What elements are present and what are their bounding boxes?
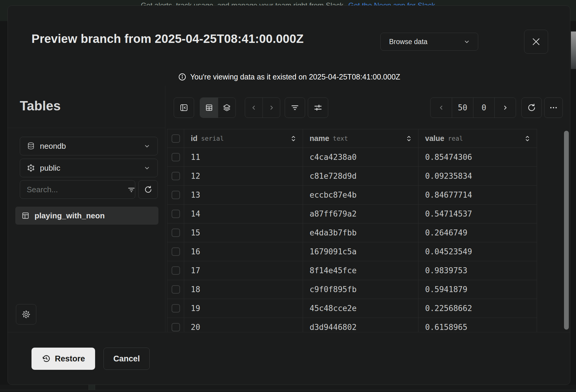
cell-value[interactable]: 0.22568662 bbox=[418, 299, 537, 318]
page-next-button[interactable] bbox=[494, 98, 516, 118]
cell-value[interactable]: 0.6158965 bbox=[418, 318, 537, 332]
column-name: name bbox=[310, 134, 329, 143]
table-row: 17 8f14e45fce 0.9839753 bbox=[167, 261, 537, 280]
more-options-button[interactable] bbox=[544, 97, 563, 118]
refresh-icon bbox=[527, 103, 536, 112]
chevron-down-icon bbox=[463, 38, 471, 46]
cell-name[interactable]: a87ff679a2 bbox=[303, 205, 418, 223]
cell-name[interactable]: 8f14e45fce bbox=[303, 261, 418, 280]
page-size-value[interactable]: 50 bbox=[452, 98, 473, 118]
select-all-checkbox[interactable] bbox=[172, 134, 180, 143]
chevron-right-icon bbox=[501, 104, 509, 112]
table-row: 15 e4da3b7fbb 0.2646749 bbox=[167, 223, 537, 242]
cell-id[interactable]: 19 bbox=[184, 299, 303, 318]
cell-id[interactable]: 16 bbox=[184, 242, 303, 261]
page-prev-button[interactable] bbox=[430, 98, 452, 118]
refresh-icon bbox=[144, 185, 152, 194]
browse-data-select[interactable]: Browse data bbox=[380, 33, 478, 51]
close-button[interactable] bbox=[524, 30, 548, 54]
row-checkbox[interactable] bbox=[172, 247, 180, 256]
row-checkbox[interactable] bbox=[172, 285, 180, 294]
nav-next-button[interactable] bbox=[262, 98, 280, 118]
row-checkbox[interactable] bbox=[172, 266, 180, 275]
sort-icon[interactable] bbox=[406, 135, 412, 142]
modal-title: Preview branch from 2025-04-25T08:41:00.… bbox=[32, 32, 304, 46]
row-checkbox[interactable] bbox=[172, 323, 180, 331]
row-checkbox[interactable] bbox=[172, 172, 180, 180]
table-row: 20 d3d9446802 0.6158965 bbox=[167, 318, 537, 332]
row-checkbox-cell bbox=[167, 186, 184, 205]
scrollbar-thumb[interactable] bbox=[564, 131, 569, 330]
cell-name[interactable]: c81e728d9d bbox=[303, 167, 418, 186]
cell-value[interactable]: 0.84677714 bbox=[418, 186, 537, 205]
cell-value[interactable]: 0.09235834 bbox=[418, 167, 537, 186]
schema-select[interactable]: public bbox=[20, 159, 158, 177]
sidebar-item-playing_with_neon[interactable]: playing_with_neon bbox=[15, 207, 158, 225]
cell-id[interactable]: 18 bbox=[184, 280, 303, 299]
table-row: 11 c4ca4238a0 0.85474306 bbox=[167, 148, 537, 167]
cell-id[interactable]: 20 bbox=[184, 318, 303, 332]
cell-value[interactable]: 0.04523549 bbox=[418, 242, 537, 261]
row-checkbox[interactable] bbox=[172, 210, 180, 218]
table-row: 14 a87ff679a2 0.54714537 bbox=[167, 205, 537, 223]
cancel-button[interactable]: Cancel bbox=[104, 348, 150, 370]
background-bottom-bar bbox=[0, 385, 576, 392]
page-offset-value[interactable]: 0 bbox=[473, 98, 494, 118]
row-checkbox[interactable] bbox=[172, 304, 180, 313]
restore-label: Restore bbox=[55, 354, 85, 364]
cell-name[interactable]: 45c48cce2e bbox=[303, 299, 418, 318]
row-checkbox[interactable] bbox=[172, 229, 180, 237]
banner-text: You're viewing data as it existed on 202… bbox=[190, 73, 400, 81]
cell-name[interactable]: c9f0f895fb bbox=[303, 280, 418, 299]
sort-icon[interactable] bbox=[524, 135, 531, 142]
row-checkbox-cell bbox=[167, 261, 184, 280]
info-icon bbox=[178, 73, 186, 81]
filter-icon[interactable] bbox=[127, 185, 136, 194]
chevron-right-icon bbox=[268, 104, 275, 112]
database-select[interactable]: neondb bbox=[20, 137, 158, 155]
cell-id[interactable]: 15 bbox=[184, 223, 303, 242]
column-header-value[interactable]: value real bbox=[418, 129, 537, 148]
panel-collapse-icon bbox=[179, 103, 188, 112]
column-header-id[interactable]: id serial bbox=[184, 129, 303, 148]
row-checkbox-cell bbox=[167, 205, 184, 223]
filter-rows-button[interactable] bbox=[285, 97, 305, 118]
cell-name[interactable]: 1679091c5a bbox=[303, 242, 418, 261]
cell-id[interactable]: 11 bbox=[184, 148, 303, 167]
table-row: 18 c9f0f895fb 0.5941879 bbox=[167, 280, 537, 299]
layers-view-button[interactable] bbox=[218, 98, 236, 118]
cell-name[interactable]: d3d9446802 bbox=[303, 318, 418, 332]
row-checkbox[interactable] bbox=[172, 153, 180, 161]
cell-name[interactable]: c4ca4238a0 bbox=[303, 148, 418, 167]
nav-prev-button[interactable] bbox=[245, 98, 262, 118]
chevron-down-icon bbox=[143, 164, 151, 172]
cell-value[interactable]: 0.5941879 bbox=[418, 280, 537, 299]
cell-name[interactable]: eccbc87e4b bbox=[303, 186, 418, 205]
row-checkbox-cell bbox=[167, 318, 184, 332]
settings-button[interactable] bbox=[16, 304, 36, 325]
sidebar-heading: Tables bbox=[20, 98, 61, 113]
cell-id[interactable]: 17 bbox=[184, 261, 303, 280]
table-view-button[interactable] bbox=[200, 98, 218, 118]
column-settings-button[interactable] bbox=[308, 97, 328, 118]
cell-value[interactable]: 0.85474306 bbox=[418, 148, 537, 167]
cell-id[interactable]: 12 bbox=[184, 167, 303, 186]
cell-value[interactable]: 0.54714537 bbox=[418, 205, 537, 223]
sort-icon[interactable] bbox=[290, 135, 297, 142]
cell-id[interactable]: 13 bbox=[184, 186, 303, 205]
cell-value[interactable]: 0.9839753 bbox=[418, 261, 537, 280]
pagination-control: 50 0 bbox=[430, 97, 516, 118]
modal-footer: Restore Cancel bbox=[8, 332, 570, 385]
cell-name[interactable]: e4da3b7fbb bbox=[303, 223, 418, 242]
cell-value[interactable]: 0.2646749 bbox=[418, 223, 537, 242]
vertical-scrollbar[interactable] bbox=[563, 129, 569, 332]
row-checkbox[interactable] bbox=[172, 191, 180, 199]
table-header-row: id serial name text value real bbox=[167, 129, 537, 148]
cell-id[interactable]: 14 bbox=[184, 205, 303, 223]
refresh-data-button[interactable] bbox=[521, 97, 542, 118]
refresh-tables-button[interactable] bbox=[138, 180, 158, 199]
collapse-sidebar-button[interactable] bbox=[174, 97, 194, 118]
column-header-name[interactable]: name text bbox=[303, 129, 418, 148]
search-input[interactable] bbox=[27, 185, 127, 194]
restore-button[interactable]: Restore bbox=[32, 348, 95, 370]
